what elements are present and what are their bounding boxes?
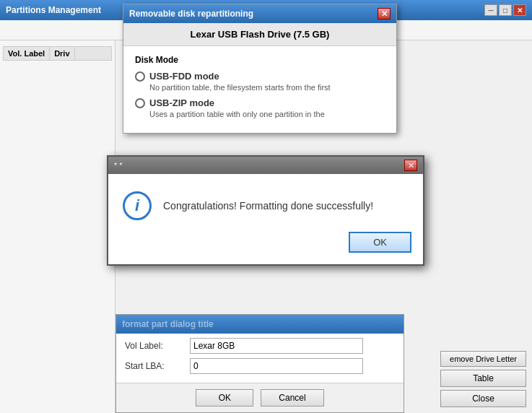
- usb-fdd-row: USB-FDD mode: [135, 71, 385, 82]
- usb-fdd-option: USB-FDD mode No partition table, the fil…: [135, 71, 385, 92]
- vol-label-input[interactable]: [190, 338, 363, 354]
- minimize-button[interactable]: ─: [484, 4, 497, 16]
- repartition-close-button[interactable]: ✕: [378, 8, 391, 19]
- format-part-ok-button[interactable]: OK: [196, 389, 253, 407]
- success-titlebar: * * ✕: [108, 157, 423, 174]
- right-buttons-panel: emove Drive Letter Table Close: [440, 351, 526, 407]
- table-button[interactable]: Table: [440, 370, 526, 387]
- start-lba-field: Start LBA:: [125, 358, 395, 374]
- success-title: * *: [114, 161, 123, 170]
- success-dialog: * * ✕ i Congratulations! Formatting done…: [107, 155, 424, 266]
- usb-fdd-label: USB-FDD mode: [149, 71, 219, 82]
- success-message: Congratulations! Formatting done success…: [163, 200, 373, 212]
- format-part-title: format part dialog title: [122, 319, 214, 329]
- left-panel: Vol. Label Driv: [0, 40, 115, 413]
- vol-label-field: Vol Label:: [125, 338, 395, 354]
- repartition-titlebar: Removable disk repartitioning ✕: [123, 4, 396, 23]
- repartition-title: Removable disk repartitioning: [129, 9, 253, 19]
- format-part-buttons: OK Cancel: [116, 383, 404, 412]
- col-vol-label: Vol. Label: [4, 47, 50, 60]
- table-header: Vol. Label Driv: [3, 46, 112, 61]
- close-button[interactable]: Close: [440, 390, 526, 407]
- format-part-dialog: format part dialog title Vol Label: Star…: [115, 314, 404, 413]
- repartition-body: Disk Mode USB-FDD mode No partition tabl…: [123, 46, 396, 133]
- usb-zip-option: USB-ZIP mode Uses a partition table with…: [135, 97, 385, 118]
- format-part-titlebar: format part dialog title: [116, 315, 404, 334]
- vol-label-text: Vol Label:: [125, 341, 190, 351]
- usb-fdd-radio[interactable]: [135, 71, 145, 82]
- titlebar-buttons: ─ □ ✕: [484, 4, 526, 16]
- repartition-header: Lexar USB Flash Drive (7.5 GB): [123, 23, 396, 46]
- usb-zip-label: USB-ZIP mode: [149, 97, 214, 108]
- success-footer: OK: [108, 232, 423, 264]
- info-icon: i: [123, 191, 152, 220]
- success-body: i Congratulations! Formatting done succe…: [108, 174, 423, 232]
- success-close-button[interactable]: ✕: [404, 160, 417, 171]
- disk-mode-label: Disk Mode: [135, 55, 385, 65]
- success-ok-button[interactable]: OK: [349, 232, 411, 253]
- format-part-cancel-button[interactable]: Cancel: [261, 389, 323, 407]
- usb-fdd-desc: No partition table, the filesystem start…: [149, 83, 385, 92]
- remove-drive-letter-button[interactable]: emove Drive Letter: [440, 351, 526, 367]
- col-drive: Driv: [50, 47, 74, 60]
- usb-zip-desc: Uses a partition table with only one par…: [149, 110, 385, 118]
- app-close-button[interactable]: ✕: [513, 4, 526, 16]
- usb-zip-radio[interactable]: [135, 98, 145, 108]
- usb-zip-row: USB-ZIP mode: [135, 97, 385, 108]
- start-lba-text: Start LBA:: [125, 361, 190, 371]
- maximize-button[interactable]: □: [499, 4, 512, 16]
- app-title: Partitions Management: [6, 5, 101, 15]
- start-lba-input[interactable]: [190, 358, 363, 374]
- format-part-content: Vol Label: Start LBA:: [116, 334, 404, 383]
- repartition-dialog: Removable disk repartitioning ✕ Lexar US…: [123, 4, 397, 134]
